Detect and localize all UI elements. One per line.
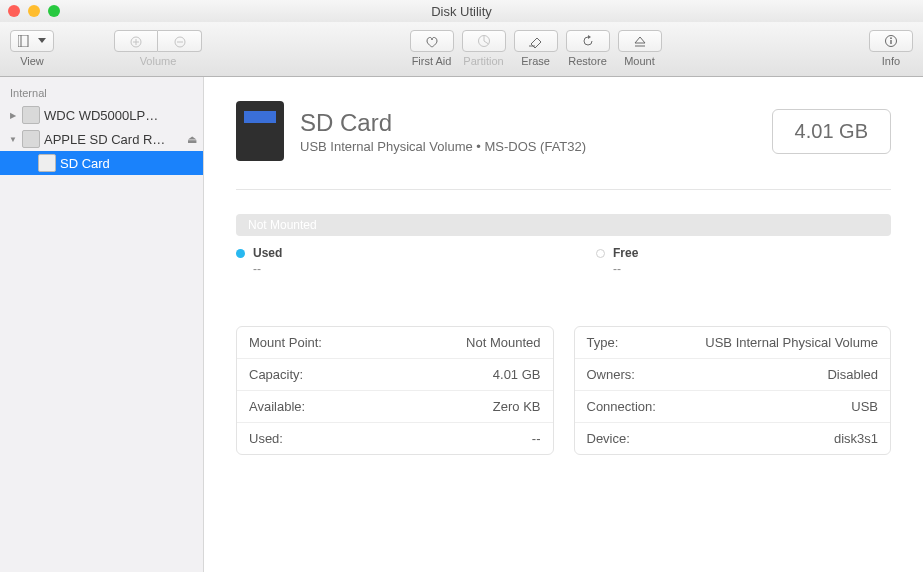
- zoom-window-button[interactable]: [48, 5, 60, 17]
- erase-label: Erase: [521, 55, 550, 67]
- view-label: View: [20, 55, 44, 67]
- toolbar: View Volume First Aid Partition: [0, 22, 923, 77]
- info-table: Mount Point:Not Mounted Capacity:4.01 GB…: [236, 326, 891, 455]
- info-row-available: Available:Zero KB: [237, 391, 553, 423]
- sidebar-item-apple-sd-reader[interactable]: APPLE SD Card R… ⏏: [0, 127, 203, 151]
- hard-drive-icon: [22, 106, 40, 124]
- usage-legend: Used -- Free --: [236, 246, 891, 276]
- volume-add-button[interactable]: [114, 30, 158, 52]
- info-col-left: Mount Point:Not Mounted Capacity:4.01 GB…: [236, 326, 554, 455]
- chevron-down-icon: [38, 38, 46, 43]
- svg-rect-0: [18, 35, 28, 47]
- drive-icon: [22, 130, 40, 148]
- info-value: 4.01 GB: [493, 367, 541, 382]
- sidebar-item-label: WDC WD5000LP…: [44, 108, 158, 123]
- info-value: Disabled: [827, 367, 878, 382]
- disclosure-triangle-icon[interactable]: [8, 134, 18, 144]
- first-aid-button[interactable]: [410, 30, 454, 52]
- info-value: USB Internal Physical Volume: [705, 335, 878, 350]
- content-pane: SD Card USB Internal Physical Volume • M…: [204, 77, 923, 572]
- info-key: Type:: [587, 335, 619, 350]
- titlebar: Disk Utility: [0, 0, 923, 22]
- view-popup-button[interactable]: [10, 30, 54, 52]
- info-key: Mount Point:: [249, 335, 322, 350]
- sidebar-item-label: SD Card: [60, 156, 110, 171]
- volume-remove-button[interactable]: [158, 30, 202, 52]
- legend-used-label: Used: [253, 246, 282, 260]
- info-key: Owners:: [587, 367, 635, 382]
- legend-used-value: --: [253, 262, 536, 276]
- volume-subtitle: USB Internal Physical Volume • MS-DOS (F…: [300, 139, 586, 154]
- disclosure-triangle-icon[interactable]: [8, 110, 18, 120]
- info-row-owners: Owners:Disabled: [575, 359, 891, 391]
- mount-status-bar: Not Mounted: [236, 214, 891, 236]
- volume-label: Volume: [140, 55, 177, 67]
- window-title: Disk Utility: [0, 4, 923, 19]
- erase-button[interactable]: [514, 30, 558, 52]
- volume-header: SD Card USB Internal Physical Volume • M…: [236, 101, 891, 161]
- info-key: Connection:: [587, 399, 656, 414]
- window-controls: [8, 5, 60, 17]
- info-row-used: Used:--: [237, 423, 553, 454]
- info-value: Not Mounted: [466, 335, 540, 350]
- first-aid-label: First Aid: [412, 55, 452, 67]
- eject-icon[interactable]: ⏏: [187, 133, 197, 146]
- restore-label: Restore: [568, 55, 607, 67]
- restore-button[interactable]: [566, 30, 610, 52]
- sidebar-item-wdc[interactable]: WDC WD5000LP…: [0, 103, 203, 127]
- info-value: --: [532, 431, 541, 446]
- info-row-device: Device:disk3s1: [575, 423, 891, 454]
- free-dot-icon: [596, 249, 605, 258]
- info-row-mount-point: Mount Point:Not Mounted: [237, 327, 553, 359]
- svg-line-9: [484, 41, 489, 44]
- legend-used: Used: [236, 246, 536, 260]
- main-split: Internal WDC WD5000LP… APPLE SD Card R… …: [0, 77, 923, 572]
- info-col-right: Type:USB Internal Physical Volume Owners…: [574, 326, 892, 455]
- legend-free: Free: [596, 246, 896, 260]
- partition-button[interactable]: [462, 30, 506, 52]
- sidebar-item-label: APPLE SD Card R…: [44, 132, 183, 147]
- info-value: disk3s1: [834, 431, 878, 446]
- legend-free-label: Free: [613, 246, 638, 260]
- info-row-connection: Connection:USB: [575, 391, 891, 423]
- used-dot-icon: [236, 249, 245, 258]
- sidebar-item-sd-card[interactable]: SD Card: [0, 151, 203, 175]
- mount-button[interactable]: [618, 30, 662, 52]
- info-row-capacity: Capacity:4.01 GB: [237, 359, 553, 391]
- volume-name: SD Card: [300, 109, 586, 137]
- sd-card-icon: [38, 154, 56, 172]
- info-value: Zero KB: [493, 399, 541, 414]
- divider: [236, 189, 891, 190]
- info-label: Info: [882, 55, 900, 67]
- info-row-type: Type:USB Internal Physical Volume: [575, 327, 891, 359]
- minimize-window-button[interactable]: [28, 5, 40, 17]
- info-key: Used:: [249, 431, 283, 446]
- volume-size: 4.01 GB: [772, 109, 891, 154]
- info-button[interactable]: [869, 30, 913, 52]
- info-key: Device:: [587, 431, 630, 446]
- close-window-button[interactable]: [8, 5, 20, 17]
- partition-label: Partition: [463, 55, 503, 67]
- sidebar: Internal WDC WD5000LP… APPLE SD Card R… …: [0, 77, 204, 572]
- legend-free-value: --: [613, 262, 896, 276]
- mount-status-text: Not Mounted: [248, 218, 317, 232]
- sidebar-heading-internal: Internal: [0, 83, 203, 103]
- info-key: Capacity:: [249, 367, 303, 382]
- info-value: USB: [851, 399, 878, 414]
- svg-point-13: [890, 37, 892, 39]
- mount-label: Mount: [624, 55, 655, 67]
- volume-segment: [114, 30, 202, 52]
- info-key: Available:: [249, 399, 305, 414]
- sd-card-large-icon: [236, 101, 284, 161]
